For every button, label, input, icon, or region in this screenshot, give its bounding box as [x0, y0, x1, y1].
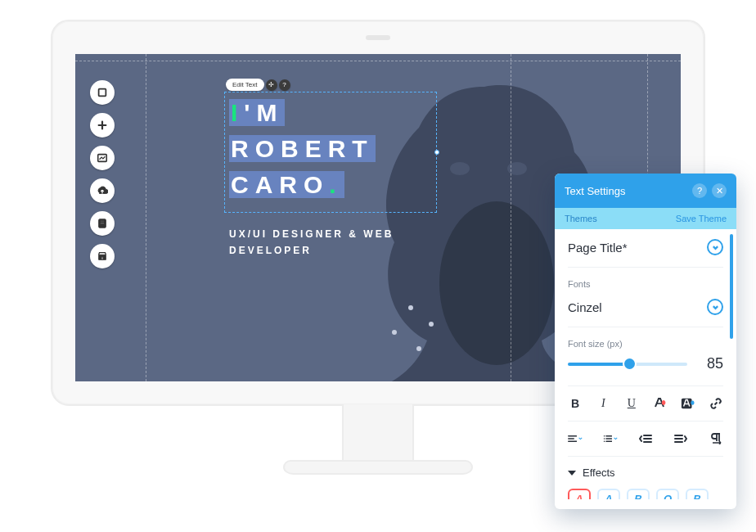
headline-text[interactable]: I'M ROBERT CARO.	[229, 95, 394, 203]
theme-value: Page Title*	[568, 241, 707, 255]
font-size-value[interactable]: 85	[699, 355, 723, 372]
font-dropdown[interactable]: Cinzel	[568, 289, 723, 327]
themes-bar: Themes Save Theme	[555, 208, 736, 229]
fonts-label: Fonts	[568, 268, 723, 289]
effect-chip-3[interactable]: B	[627, 489, 650, 499]
panel-header[interactable]: Text Settings ? ✕	[555, 174, 736, 208]
effect-chip-5[interactable]: B	[686, 489, 709, 499]
toolbar-upload-button[interactable]	[90, 178, 115, 203]
text-settings-panel: Text Settings ? ✕ Themes Save Theme Page…	[555, 174, 736, 509]
svg-point-4	[429, 322, 434, 327]
bold-button[interactable]: B	[568, 396, 583, 411]
effect-chip-4[interactable]: Q	[656, 489, 679, 499]
theme-dropdown[interactable]: Page Title*	[568, 229, 723, 268]
effect-none[interactable]: A	[568, 489, 591, 499]
highlight-color-button[interactable]	[681, 396, 695, 411]
save-theme-link[interactable]: Save Theme	[676, 214, 727, 223]
font-size-row: 85	[568, 349, 723, 386]
list-button[interactable]	[603, 431, 618, 446]
toolbar-apps-button[interactable]	[90, 211, 115, 236]
svg-rect-15	[100, 223, 104, 223]
font-size-slider[interactable]	[568, 363, 687, 366]
panel-body: Page Title* Fonts Cinzel Font size (px) …	[555, 229, 736, 499]
subtitle-text[interactable]: UX/UI DESIGNER & WEB DEVELOPER	[229, 226, 394, 259]
align-button[interactable]	[568, 431, 583, 446]
outdent-button[interactable]	[638, 431, 653, 446]
left-toolbar	[90, 80, 115, 268]
svg-point-2	[507, 162, 527, 175]
scrollbar-thumb[interactable]	[730, 234, 733, 339]
effects-chips: A A B Q B	[568, 485, 723, 499]
italic-button[interactable]: I	[596, 396, 610, 411]
effects-section-toggle[interactable]: Effects	[568, 457, 723, 485]
svg-point-3	[408, 305, 413, 310]
svg-point-19	[604, 438, 605, 440]
svg-rect-11	[99, 89, 106, 97]
edit-text-button[interactable]: Edit Text	[226, 79, 264, 91]
font-size-label: Font size (px)	[568, 327, 723, 349]
font-value: Cinzel	[568, 300, 707, 314]
edit-text-toolbar: Edit Text ✢ ?	[226, 79, 290, 91]
panel-help-button[interactable]: ?	[692, 183, 707, 198]
effects-label: Effects	[583, 467, 615, 479]
panel-close-button[interactable]: ✕	[712, 183, 727, 198]
paragraph-row	[568, 422, 723, 457]
text-format-row: B I U	[568, 386, 723, 422]
chevron-down-icon[interactable]	[707, 239, 723, 255]
text-color-button[interactable]	[652, 396, 667, 411]
underline-button[interactable]: U	[624, 396, 639, 411]
themes-label: Themes	[565, 214, 676, 223]
chevron-down-icon[interactable]	[707, 299, 723, 315]
svg-rect-16	[101, 257, 103, 260]
svg-rect-14	[100, 221, 104, 222]
panel-title: Text Settings	[565, 185, 687, 197]
link-button[interactable]	[709, 396, 723, 411]
svg-point-6	[416, 346, 421, 351]
toolbar-media-button[interactable]	[90, 146, 115, 170]
toolbar-add-button[interactable]	[90, 113, 115, 138]
effect-chip-2[interactable]: A	[597, 489, 620, 499]
svg-point-1	[450, 162, 470, 175]
caret-down-icon	[568, 471, 576, 476]
svg-point-0	[439, 201, 554, 365]
toolbar-store-button[interactable]	[90, 244, 115, 268]
animation-icon[interactable]: ✢	[266, 79, 277, 91]
help-icon[interactable]: ?	[279, 79, 290, 91]
indent-button[interactable]	[673, 431, 688, 446]
monitor-stand-base	[283, 460, 473, 475]
monitor-stand-neck	[342, 404, 414, 465]
svg-point-18	[604, 435, 605, 437]
slider-knob[interactable]	[624, 358, 635, 369]
svg-point-5	[392, 330, 397, 335]
text-element[interactable]: Edit Text ✢ ? I'M ROBERT CARO. UX/UI DES…	[229, 95, 394, 259]
svg-point-20	[604, 440, 605, 442]
text-direction-button[interactable]	[709, 431, 723, 446]
camera-notch	[366, 35, 390, 40]
toolbar-pages-button[interactable]	[90, 80, 115, 105]
